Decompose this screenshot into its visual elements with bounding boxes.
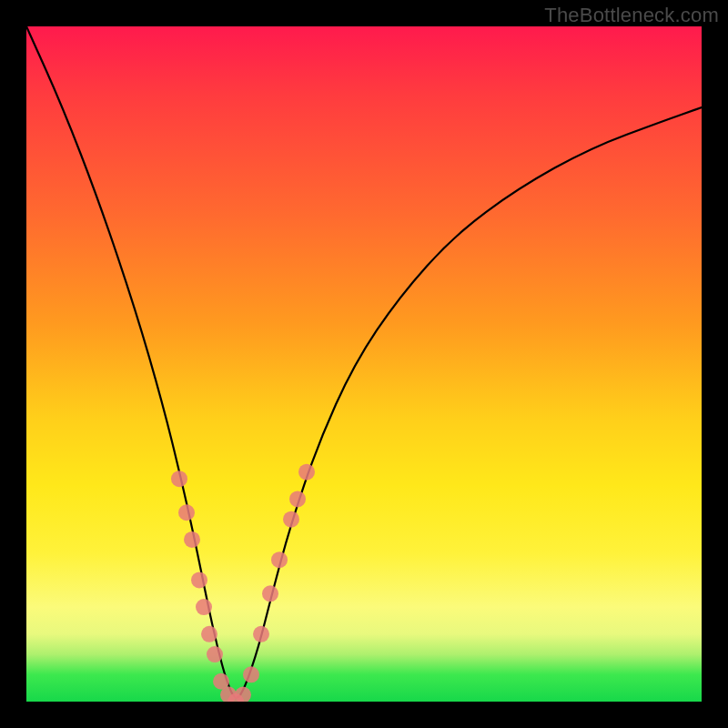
marker-dot xyxy=(196,599,212,615)
marker-dot xyxy=(184,531,200,548)
marker-dot xyxy=(289,490,306,507)
bottleneck-chart xyxy=(26,26,702,702)
marker-dot xyxy=(178,504,195,521)
marker-dot xyxy=(283,511,299,528)
marker-layer xyxy=(171,464,315,702)
marker-dot xyxy=(271,551,288,568)
marker-dot xyxy=(243,666,259,682)
marker-dot xyxy=(262,585,278,602)
marker-dot xyxy=(191,571,207,588)
marker-dot xyxy=(171,470,187,487)
watermark-label: TheBottleneck.com xyxy=(544,4,719,27)
marker-dot xyxy=(201,626,217,642)
bottleneck-curve xyxy=(26,26,702,698)
marker-dot xyxy=(235,687,251,702)
marker-dot xyxy=(253,626,269,642)
marker-dot xyxy=(207,646,223,662)
plot-area xyxy=(26,26,702,702)
marker-dot xyxy=(298,464,315,480)
